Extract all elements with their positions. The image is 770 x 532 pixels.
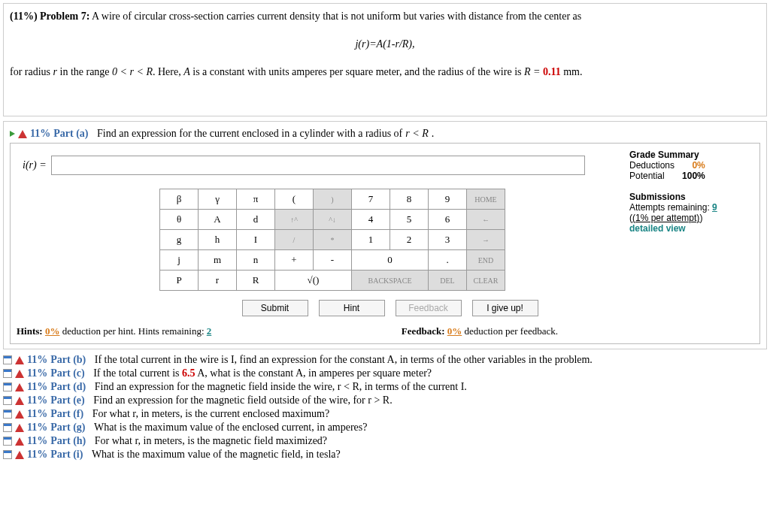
key-beta[interactable]: β bbox=[160, 189, 199, 210]
key-d[interactable]: d bbox=[237, 210, 275, 230]
giveup-button[interactable]: I give up! bbox=[472, 300, 538, 316]
warning-icon bbox=[15, 397, 24, 405]
collapse-icon[interactable] bbox=[3, 355, 12, 364]
key-I[interactable]: I bbox=[237, 230, 275, 250]
key-home[interactable]: HOME bbox=[467, 189, 505, 210]
key-A[interactable]: A bbox=[199, 210, 237, 230]
key-dot[interactable]: . bbox=[429, 250, 467, 271]
part-prompt: Find an expression for the current enclo… bbox=[97, 128, 402, 140]
key-n[interactable]: n bbox=[237, 250, 275, 271]
part-text: Find an expression for the magnetic fiel… bbox=[93, 394, 392, 407]
key-mul[interactable]: * bbox=[314, 230, 352, 250]
part-weight: 11% bbox=[27, 381, 47, 393]
key-lparen[interactable]: ( bbox=[275, 189, 314, 210]
key-h[interactable]: h bbox=[199, 230, 237, 250]
collapse-icon[interactable] bbox=[3, 396, 12, 405]
warning-icon bbox=[15, 424, 24, 432]
part-label: Part (i) bbox=[50, 449, 83, 461]
key-R[interactable]: R bbox=[237, 271, 275, 291]
key-sup[interactable]: ↑^ bbox=[275, 210, 314, 230]
key-del[interactable]: DEL bbox=[429, 271, 467, 291]
key-j[interactable]: j bbox=[160, 250, 199, 271]
collapse-icon[interactable] bbox=[3, 382, 12, 391]
warning-icon bbox=[15, 451, 24, 459]
warning-icon bbox=[15, 383, 24, 391]
key-1[interactable]: 1 bbox=[352, 230, 390, 250]
key-pi[interactable]: π bbox=[237, 189, 275, 210]
key-m[interactable]: m bbox=[199, 250, 237, 271]
part-label: Part (d) bbox=[50, 381, 86, 393]
collapse-icon[interactable] bbox=[3, 410, 12, 419]
part-text: What is the maximum value of the magneti… bbox=[92, 449, 341, 461]
key-rparen[interactable]: ) bbox=[314, 189, 352, 210]
hints-info: Hints: 0% deduction per hint. Hints rema… bbox=[17, 325, 211, 337]
problem-statement: (11%) Problem 7: A wire of circular cros… bbox=[3, 3, 767, 116]
key-7[interactable]: 7 bbox=[352, 189, 390, 210]
key-g[interactable]: g bbox=[160, 230, 199, 250]
key-sqrt[interactable]: √() bbox=[275, 271, 352, 291]
key-6[interactable]: 6 bbox=[429, 210, 467, 230]
warning-icon bbox=[18, 130, 27, 138]
hint-button[interactable]: Hint bbox=[319, 300, 385, 316]
part-weight: 11% bbox=[27, 422, 47, 434]
part-text: For what r, in meters, is the current en… bbox=[92, 408, 330, 420]
key-r[interactable]: r bbox=[199, 271, 237, 291]
part-label: Part (g) bbox=[50, 422, 85, 434]
part-label: Part (a) bbox=[53, 128, 88, 140]
detailed-view-link[interactable]: detailed view bbox=[629, 223, 686, 234]
collapse-icon[interactable] bbox=[3, 450, 12, 459]
part-weight: 11% bbox=[27, 408, 47, 420]
key-end[interactable]: END bbox=[467, 250, 505, 271]
part-label: Part (e) bbox=[50, 394, 84, 407]
key-backspace[interactable]: BACKSPACE bbox=[352, 271, 429, 291]
part-text: If the total current is 6.5 A, what is t… bbox=[93, 367, 432, 379]
collapse-icon[interactable] bbox=[3, 369, 12, 378]
attempts-link[interactable]: 9 bbox=[712, 202, 717, 213]
grade-summary: Grade Summary Deductions 0% Potential 10… bbox=[629, 150, 753, 321]
submit-button[interactable]: Submit bbox=[242, 300, 308, 316]
key-plus[interactable]: + bbox=[275, 250, 314, 271]
key-P[interactable]: P bbox=[160, 271, 199, 291]
keypad: β γ π ( ) 7 8 9 HOME θ A bbox=[159, 189, 505, 291]
warning-icon bbox=[15, 410, 24, 419]
key-9[interactable]: 9 bbox=[429, 189, 467, 210]
feedback-button[interactable]: Feedback bbox=[396, 300, 462, 316]
warning-icon bbox=[15, 437, 24, 446]
part-label: Part (b) bbox=[50, 354, 86, 366]
key-0[interactable]: 0 bbox=[352, 250, 429, 271]
part-weight: 11% bbox=[27, 435, 47, 447]
key-3[interactable]: 3 bbox=[429, 230, 467, 250]
part-text: For what r, in meters, is the magnetic f… bbox=[95, 435, 327, 447]
part-weight: 11% bbox=[27, 354, 47, 366]
key-2[interactable]: 2 bbox=[390, 230, 429, 250]
key-5[interactable]: 5 bbox=[390, 210, 429, 230]
key-left[interactable]: ← bbox=[467, 210, 505, 230]
collapse-icon[interactable] bbox=[3, 423, 12, 432]
part-label: Part (c) bbox=[50, 367, 84, 379]
collapse-icon[interactable] bbox=[3, 437, 12, 446]
equation: j(r)=A(1-r/R), bbox=[10, 36, 760, 52]
feedback-info: Feedback: 0% deduction per feedback. bbox=[402, 325, 558, 337]
part-text: If the total current in the wire is I, f… bbox=[95, 354, 593, 366]
key-right[interactable]: → bbox=[467, 230, 505, 250]
warning-icon bbox=[15, 370, 24, 378]
part-weight: 11% bbox=[27, 367, 47, 379]
part-weight: 11% bbox=[30, 128, 50, 140]
key-4[interactable]: 4 bbox=[352, 210, 390, 230]
part-label: Part (f) bbox=[50, 408, 83, 420]
part-weight: 11% bbox=[27, 394, 47, 407]
key-8[interactable]: 8 bbox=[390, 189, 429, 210]
part-text: What is the maximum value of the enclose… bbox=[94, 422, 367, 434]
warning-icon bbox=[15, 356, 24, 364]
part-weight: 11% bbox=[27, 449, 47, 461]
key-sub[interactable]: ^↓ bbox=[314, 210, 352, 230]
key-theta[interactable]: θ bbox=[160, 210, 199, 230]
part-text: Find an expression for the magnetic fiel… bbox=[95, 381, 467, 393]
key-clear[interactable]: CLEAR bbox=[467, 271, 505, 291]
answer-lhs: i(r) = bbox=[23, 159, 47, 171]
answer-input[interactable] bbox=[51, 156, 585, 175]
expand-icon[interactable] bbox=[10, 131, 15, 137]
key-minus[interactable]: - bbox=[314, 250, 352, 271]
key-gamma[interactable]: γ bbox=[199, 189, 237, 210]
key-div[interactable]: / bbox=[275, 230, 314, 250]
